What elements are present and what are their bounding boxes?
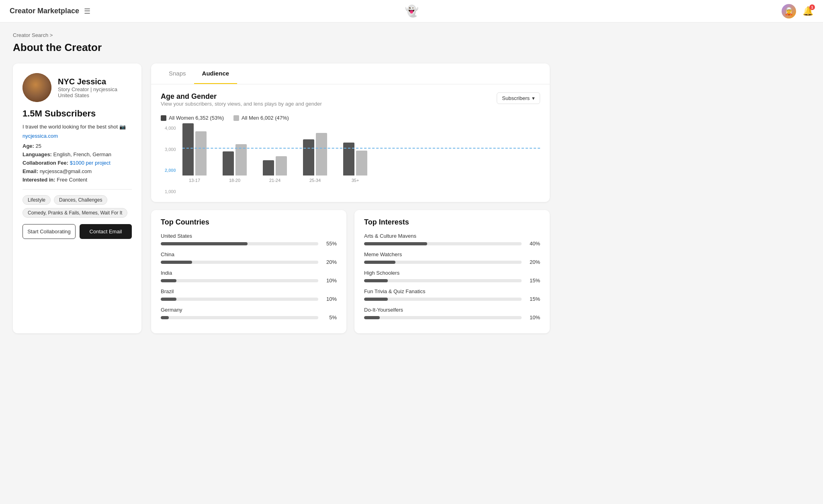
interest-bar-bg-arts (364, 242, 522, 245)
user-avatar[interactable]: 🧝 (782, 4, 796, 18)
tag-dances: Dances, Challenges (54, 195, 107, 205)
top-countries-card: Top Countries United States 55% China (151, 210, 346, 333)
creator-type: Story Creator | nycjessica (58, 86, 117, 92)
bar-men-2124 (276, 156, 287, 175)
interest-row-arts: Arts & Culture Mavens 40% (364, 233, 540, 247)
country-bar-bg-us (161, 242, 318, 245)
top-interests-card: Top Interests Arts & Culture Mavens 40% … (354, 210, 550, 333)
contact-email-button[interactable]: Contact Email (80, 224, 132, 239)
notification-button[interactable]: 🔔 1 (803, 6, 813, 16)
bars-1317 (182, 123, 207, 175)
divider (23, 189, 132, 190)
chart-body: 13-17 18-20 (182, 126, 540, 194)
country-bar-bg-india (161, 279, 318, 282)
interest-row-diy: Do-It-Yourselfers 10% (364, 307, 540, 320)
country-bar-us (161, 242, 248, 245)
bar-women-1317 (182, 123, 194, 175)
country-bar-brazil (161, 298, 176, 301)
main-content: Creator Search > About the Creator NYC J… (0, 22, 563, 343)
creator-website[interactable]: nycjessica.com (23, 133, 132, 139)
content-layout: NYC Jessica Story Creator | nycjessica U… (13, 63, 550, 333)
top-countries-title: Top Countries (161, 218, 337, 226)
legend-women: All Women 6,352 (53%) (161, 115, 224, 121)
creator-collab-fee: Collaboration Fee: $1000 per project (23, 160, 132, 166)
header-center: 👻 (405, 4, 419, 18)
bar-chart-wrapper: 4,000 3,000 2,000 1,000 (165, 126, 540, 194)
interest-bar-meme (364, 261, 395, 264)
creator-name: NYC Jessica (58, 77, 117, 86)
age-gender-title: Age and Gender (161, 92, 322, 101)
subscribers-dropdown[interactable]: Subscribers ▾ (497, 92, 540, 104)
bar-group-2124: 21-24 (263, 156, 287, 183)
y-label-2000: 2,000 (165, 168, 176, 173)
bar-men-1820 (235, 144, 247, 175)
country-row-brazil: Brazil 10% (161, 288, 337, 302)
header-right: 🧝 🔔 1 (782, 4, 813, 18)
country-bar-germany (161, 316, 169, 319)
age-gender-section: Age and Gender View your subscribers, st… (151, 84, 550, 202)
x-label-2124: 21-24 (269, 178, 280, 183)
y-label-1000: 1,000 (165, 189, 176, 194)
bar-men-2534 (316, 133, 327, 175)
legend-men: All Men 6,002 (47%) (233, 115, 289, 121)
snapchat-logo: 👻 (405, 5, 419, 17)
bar-men-35plus (356, 151, 367, 175)
creator-interested: Interested in: Free Content (23, 177, 132, 183)
country-row-germany: Germany 5% (161, 307, 337, 320)
creator-location: United States (58, 92, 117, 98)
country-row-china: China 20% (161, 251, 337, 265)
top-interests-title: Top Interests (364, 218, 540, 226)
interest-bar-highschool (364, 279, 388, 282)
bar-women-1820 (223, 151, 234, 175)
audience-card: Snaps Audience Age and Gender View your … (151, 63, 550, 202)
creator-details: Age: 25 Languages: English, French, Germ… (23, 143, 132, 183)
interest-row-trivia: Fun Trivia & Quiz Fanatics 15% (364, 288, 540, 302)
interest-bar-bg-meme (364, 261, 522, 264)
creator-age: Age: 25 (23, 143, 132, 149)
creator-email: Email: nycjessca@gmail.com (23, 168, 132, 174)
creator-handle: nycjessica (93, 86, 117, 92)
age-gender-title-group: Age and Gender View your subscribers, st… (161, 92, 322, 113)
header-left: Creator Marketplace ☰ (10, 7, 90, 16)
creator-bio: I travel the world looking for the best … (23, 124, 132, 130)
page-title: About the Creator (13, 41, 550, 54)
country-bar-india (161, 279, 176, 282)
bar-group-1820: 18-20 (223, 144, 247, 183)
interest-bar-bg-diy (364, 316, 522, 319)
tag-comedy: Comedy, Pranks & Fails, Memes, Wait For … (23, 208, 127, 218)
bars-2124 (263, 156, 287, 175)
breadcrumb[interactable]: Creator Search > (13, 32, 550, 38)
tag-lifestyle: Lifestyle (23, 195, 51, 205)
bar-women-35plus (343, 143, 354, 175)
country-row-india: India 10% (161, 270, 337, 284)
bars-2534 (303, 133, 327, 175)
header: Creator Marketplace ☰ 👻 🧝 🔔 1 (0, 0, 823, 22)
interest-bar-bg-trivia (364, 298, 522, 301)
tab-audience[interactable]: Audience (194, 63, 237, 84)
bars-1820 (223, 144, 247, 175)
tabs-bar: Snaps Audience (151, 63, 550, 84)
creator-avatar-face (23, 73, 51, 102)
tags-container: Lifestyle Dances, Challenges Comedy, Pra… (23, 195, 132, 218)
x-label-1820: 18-20 (229, 178, 240, 183)
app-title: Creator Marketplace (10, 7, 79, 15)
creator-languages: Languages: English, French, German (23, 151, 132, 157)
y-label-3000: 3,000 (165, 147, 176, 152)
x-label-2534: 25-34 (309, 178, 321, 183)
chevron-down-icon: ▾ (532, 95, 535, 101)
interest-bar-diy (364, 316, 380, 319)
start-collaborating-button[interactable]: Start Collaborating (23, 224, 76, 239)
creator-avatar-img (23, 73, 51, 102)
interest-bar-arts (364, 242, 427, 245)
creator-avatar (23, 73, 51, 102)
interest-row-highschool: High Schoolers 15% (364, 270, 540, 284)
country-bar-bg-germany (161, 316, 318, 319)
bottom-cards: Top Countries United States 55% China (151, 210, 550, 333)
country-bar-bg-china (161, 261, 318, 264)
bars-container: 13-17 18-20 (182, 126, 540, 194)
menu-icon[interactable]: ☰ (84, 7, 90, 16)
notification-badge: 1 (809, 4, 815, 10)
tab-snaps[interactable]: Snaps (161, 63, 194, 84)
x-label-1317: 13-17 (189, 178, 200, 183)
x-label-35plus: 35+ (352, 178, 359, 183)
